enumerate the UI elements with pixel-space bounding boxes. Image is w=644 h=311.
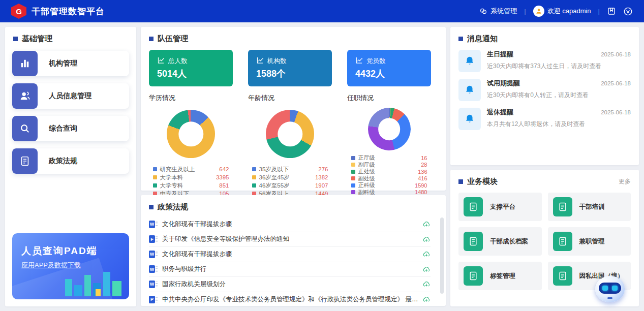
stat-label: 总人数 <box>168 57 188 66</box>
module-cadre-training[interactable]: 干部培训 <box>548 193 631 221</box>
trend-chart-icon <box>157 56 165 66</box>
system-management-label: 系统管理 <box>490 7 517 16</box>
trend-chart-icon <box>355 56 363 66</box>
policy-row[interactable]: W 职务与职级并行 <box>149 262 431 277</box>
legend-color-swatch <box>153 175 157 179</box>
legend-item[interactable]: 35岁及以下276 <box>252 165 328 173</box>
module-support-platform[interactable]: 支撑平台 <box>458 193 542 221</box>
download-icon[interactable] <box>422 250 431 258</box>
policy-row[interactable]: W 文化部现有干部提拔步骤 <box>149 247 431 262</box>
document-icon <box>12 148 38 174</box>
sidebar-item-personnel-info[interactable]: 人员信息管理 <box>12 83 129 109</box>
sidebar-item-label: 综合查询 <box>38 124 77 133</box>
section-bullet <box>149 205 154 209</box>
trend-chart-icon <box>256 56 264 66</box>
stat-card-org-count[interactable]: 机构数 1588个 <box>248 50 332 86</box>
logout-icon[interactable] <box>623 7 633 16</box>
robot-eye <box>612 286 618 291</box>
legend-item[interactable]: 正厅级16 <box>351 154 427 162</box>
download-icon[interactable] <box>422 295 431 303</box>
legend-color-swatch <box>351 170 355 174</box>
document-icon <box>553 266 572 286</box>
sidebar-item-label: 政策法规 <box>38 157 77 166</box>
section-bullet <box>458 179 463 184</box>
stat-label: 党员数 <box>366 57 386 66</box>
sidebar-item-policies[interactable]: 政策法规 <box>12 148 129 174</box>
legend-item[interactable]: 46岁至55岁1907 <box>252 181 328 190</box>
user-avatar <box>533 6 544 17</box>
download-icon[interactable] <box>422 265 431 273</box>
position-chart-block: 正厅级16 副厅级28 正处级136 副处级416 正科级1590 副科级148… <box>347 107 431 203</box>
policies-panel: 政策法规 W 文化部现有干部提拔步骤 F 关于印发《信息安全等级保护管理办法的通… <box>141 195 446 306</box>
robot-eye <box>602 286 608 291</box>
more-link[interactable]: 更多 <box>619 177 631 186</box>
nav-separator: | <box>524 8 526 15</box>
chart-title-education: 学历情况 <box>149 94 233 103</box>
notification-probation[interactable]: 试用期提醒 2025-06-18 近30天内即将有0人转正，请及时查看 <box>458 79 631 101</box>
manual-icon[interactable] <box>607 7 616 16</box>
bell-icon <box>458 50 481 72</box>
user-menu[interactable]: 欢迎 capadmin <box>533 6 591 17</box>
legend-color-swatch <box>351 163 355 167</box>
notifications-panel: 消息通知 生日提醒 2025-06-18 近30天内即将有373人过生日，请及时… <box>450 27 639 165</box>
legend-item[interactable]: 正处级136 <box>351 168 427 175</box>
word-doc-icon: W <box>149 265 158 273</box>
policy-row[interactable]: W 文化部现有干部提拔步骤 <box>149 217 431 232</box>
robot-mouth <box>607 297 612 299</box>
stat-card-party-members[interactable]: 党员数 4432人 <box>347 50 431 86</box>
legend-color-swatch <box>252 183 256 188</box>
users-icon <box>12 83 38 109</box>
word-doc-icon: W <box>149 221 158 228</box>
policy-row[interactable]: P 中共中央办公厅印发《专业技术类公务员管理规定》和《行政执法类公务员管理规定》… <box>149 292 431 306</box>
stat-card-total-people[interactable]: 总人数 5014人 <box>149 50 233 86</box>
legend-item[interactable]: 副科级1480 <box>351 189 427 196</box>
policy-row[interactable]: W 国家行政机关层级划分 <box>149 277 431 292</box>
module-growth-archive[interactable]: 干部成长档案 <box>458 227 542 256</box>
legend-item[interactable]: 大学专科851 <box>153 181 229 190</box>
position-donut-chart[interactable] <box>368 108 411 150</box>
legend-color-swatch <box>351 183 355 188</box>
education-donut-chart[interactable] <box>167 110 215 158</box>
sidebar-item-label: 人员信息管理 <box>38 91 91 101</box>
scrollbar-thumb[interactable] <box>440 217 444 294</box>
download-icon[interactable] <box>422 235 431 243</box>
legend-item[interactable]: 副厅级28 <box>351 162 427 169</box>
pad-app-promo-banner[interactable]: 人员查询PAD端 应用APP及数据下载 <box>12 233 129 299</box>
download-icon[interactable] <box>422 220 431 228</box>
nav-separator: | <box>598 8 600 15</box>
sidebar-item-comprehensive-query[interactable]: 综合查询 <box>12 116 129 141</box>
promo-city-illustration <box>64 266 125 296</box>
module-tag-management[interactable]: 标签管理 <box>458 262 542 290</box>
section-bullet <box>149 37 154 41</box>
notification-date: 2025-06-18 <box>601 80 631 86</box>
robot-head <box>595 276 625 302</box>
modules-section-title: 业务模块 <box>467 177 498 186</box>
document-icon <box>464 232 483 251</box>
legend-item[interactable]: 研究生及以上642 <box>153 165 229 173</box>
stat-label: 机构数 <box>267 57 287 66</box>
age-donut-chart[interactable] <box>266 110 314 158</box>
notification-retirement[interactable]: 退休提醒 2025-06-18 本月共有12人即将退休，请及时查看 <box>458 108 631 130</box>
module-parttime-management[interactable]: 兼职管理 <box>548 227 631 256</box>
legend-item[interactable]: 副处级416 <box>351 175 427 182</box>
legend-item[interactable]: 大学本科3395 <box>153 173 229 181</box>
system-management-menu[interactable]: 系统管理 <box>479 7 517 16</box>
sidebar-item-org-management[interactable]: 机构管理 <box>12 51 129 76</box>
legend-color-swatch <box>351 176 355 180</box>
sidebar-panel: 基础管理 机构管理 人员信息管理 综合查询 <box>5 27 136 306</box>
document-icon <box>553 197 572 216</box>
app-logo-icon: G <box>11 4 26 19</box>
donut-hole <box>178 121 203 146</box>
legend-item[interactable]: 正科级1590 <box>351 182 427 189</box>
robot-visor <box>599 283 621 294</box>
legend-item[interactable]: 36岁至45岁1382 <box>252 173 328 181</box>
legend-color-swatch <box>153 167 157 171</box>
policy-row[interactable]: F 关于印发《信息安全等级保护管理办法的通知 <box>149 232 431 247</box>
document-icon <box>464 266 483 286</box>
notification-birthday[interactable]: 生日提醒 2025-06-18 近30天内即将有373人过生日，请及时查看 <box>458 50 631 72</box>
ai-assistant-robot[interactable] <box>595 276 625 302</box>
notifications-section-title: 消息通知 <box>467 34 498 44</box>
stat-value: 4432人 <box>355 68 431 80</box>
download-icon[interactable] <box>422 280 431 288</box>
policies-section-title: 政策法规 <box>158 202 188 212</box>
